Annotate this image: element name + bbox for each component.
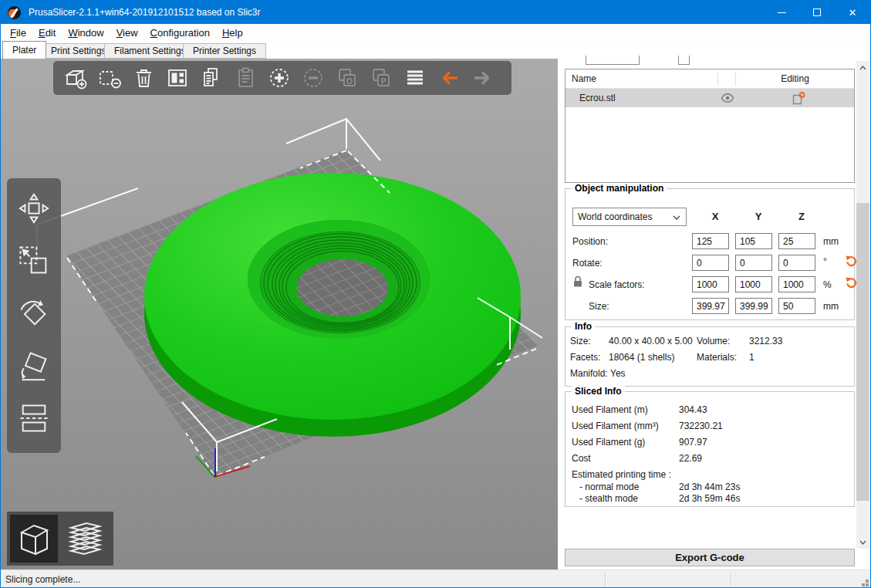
- maximize-button[interactable]: [799, 1, 835, 24]
- chevron-up-icon: [859, 66, 866, 70]
- reset-scale-icon: [845, 276, 857, 289]
- rotate-icon: [17, 296, 51, 330]
- redo-button[interactable]: [467, 63, 499, 93]
- scrollbar-thumb[interactable]: [856, 203, 869, 501]
- place-on-face-tool-button[interactable]: [12, 342, 56, 390]
- rotate-y-input[interactable]: [735, 255, 772, 271]
- menu-help[interactable]: Help: [216, 25, 249, 40]
- 3d-editor-view-button[interactable]: [10, 515, 58, 563]
- move-icon: [17, 191, 51, 225]
- rotate-reset-button[interactable]: [845, 255, 857, 267]
- coordinates-dropdown[interactable]: World coordinates: [572, 208, 687, 226]
- 3d-viewport[interactable]: O P: [1, 59, 558, 569]
- panel-scrollbar[interactable]: [856, 61, 869, 549]
- size-unit: mm: [823, 301, 839, 312]
- used-filament-g-value: 907.97: [679, 437, 707, 448]
- edit-object-button[interactable]: [743, 92, 854, 105]
- cut-tool-button[interactable]: [12, 394, 56, 442]
- cube-3d-view-icon: [12, 517, 56, 560]
- plater-toolbar: O P: [53, 61, 511, 95]
- move-tool-button[interactable]: [12, 184, 56, 232]
- lock-icon: [572, 275, 583, 288]
- menu-file[interactable]: File: [4, 25, 32, 40]
- info-materials-value: 1: [749, 352, 755, 363]
- scale-tool-button[interactable]: [12, 237, 56, 285]
- menu-window[interactable]: Window: [62, 25, 110, 40]
- scale-y-input[interactable]: [735, 276, 772, 292]
- normal-mode-label: - normal mode: [579, 482, 639, 492]
- layers-editing-button[interactable]: [399, 63, 431, 93]
- scale-factors-label: Scale factors:: [589, 279, 645, 290]
- maximize-icon: [813, 8, 821, 16]
- close-button[interactable]: ✕: [835, 1, 870, 24]
- add-instance-icon: [267, 66, 292, 90]
- position-z-input[interactable]: [778, 233, 815, 249]
- scroll-down-button[interactable]: [856, 536, 869, 549]
- split-to-parts-button[interactable]: P: [365, 63, 397, 93]
- rotate-z-input[interactable]: [778, 255, 815, 271]
- menu-configuration[interactable]: Configuration: [144, 25, 216, 40]
- position-y-input[interactable]: [735, 233, 772, 249]
- status-bar: Slicing complete...: [1, 569, 870, 588]
- menu-edit[interactable]: Edit: [32, 25, 62, 40]
- object-row-ecrou[interactable]: Ecrou.stl: [565, 89, 854, 107]
- checkbox-partial[interactable]: [678, 56, 690, 65]
- minimize-button[interactable]: [764, 1, 799, 24]
- info-size-label: Size:: [570, 336, 591, 346]
- paste-button[interactable]: [229, 63, 262, 93]
- object-list[interactable]: Name Editing Ecrou.stl: [565, 69, 855, 183]
- model-ecrou[interactable]: [144, 173, 521, 437]
- copy-button[interactable]: [195, 63, 228, 93]
- rotate-tool-button[interactable]: [12, 289, 56, 337]
- delete-all-icon: [131, 66, 156, 90]
- delete-all-button[interactable]: [127, 63, 160, 93]
- export-gcode-button[interactable]: Export G-code: [565, 549, 855, 566]
- undo-icon: [436, 66, 462, 90]
- scale-lock-toggle[interactable]: [572, 275, 583, 288]
- scale-x-input[interactable]: [692, 276, 729, 292]
- size-y-input[interactable]: [735, 298, 772, 314]
- add-object-button[interactable]: [59, 63, 92, 93]
- sliced-info-group: Sliced Info Used Filament (m) 304.43 Use…: [565, 391, 855, 507]
- delete-object-button[interactable]: [93, 63, 126, 93]
- add-object-icon: [63, 66, 88, 90]
- stealth-mode-label: - stealth mode: [579, 493, 638, 504]
- svg-text:P: P: [381, 77, 387, 86]
- estimated-time-label: Estimated printing time :: [572, 469, 671, 480]
- scale-reset-button[interactable]: [845, 276, 857, 289]
- rotate-x-input[interactable]: [692, 255, 729, 271]
- chevron-down-icon: [673, 215, 680, 220]
- position-label: Position:: [572, 236, 608, 247]
- tab-filament-settings[interactable]: Filament Settings: [104, 43, 196, 59]
- scale-icon: [17, 244, 51, 278]
- scroll-up-button[interactable]: [856, 61, 869, 74]
- tab-printer-settings[interactable]: Printer Settings: [183, 43, 266, 59]
- scale-z-input[interactable]: [778, 276, 815, 292]
- eye-toggle[interactable]: [712, 93, 743, 103]
- add-instance-button[interactable]: [263, 63, 295, 93]
- position-x-input[interactable]: [692, 233, 729, 249]
- menu-view[interactable]: View: [110, 25, 144, 40]
- resize-grip[interactable]: [866, 583, 869, 586]
- size-x-input[interactable]: [692, 298, 729, 314]
- printer-combo-partial[interactable]: [586, 56, 640, 65]
- svg-text:O: O: [346, 77, 353, 86]
- prusaslicer-logo-icon: [8, 6, 21, 19]
- size-z-input[interactable]: [778, 298, 815, 314]
- split-to-parts-icon: P: [369, 66, 393, 90]
- reset-rotation-icon: [845, 255, 857, 267]
- tabbar: Plater Print Settings Filament Settings …: [1, 41, 870, 59]
- copy-icon: [199, 66, 224, 90]
- remove-instance-button[interactable]: [297, 63, 329, 93]
- tab-plater[interactable]: Plater: [2, 41, 46, 59]
- arrange-button[interactable]: [161, 63, 194, 93]
- info-title: Info: [572, 321, 595, 332]
- view-mode-switcher: [7, 512, 113, 566]
- undo-button[interactable]: [433, 63, 465, 93]
- arrange-icon: [165, 66, 190, 90]
- info-materials-label: Materials:: [697, 352, 737, 363]
- layers-preview-icon: [63, 517, 106, 560]
- object-manipulation-group: Object manipulation World coordinates X …: [565, 188, 855, 320]
- split-to-objects-button[interactable]: O: [331, 63, 363, 93]
- preview-view-button[interactable]: [61, 515, 109, 563]
